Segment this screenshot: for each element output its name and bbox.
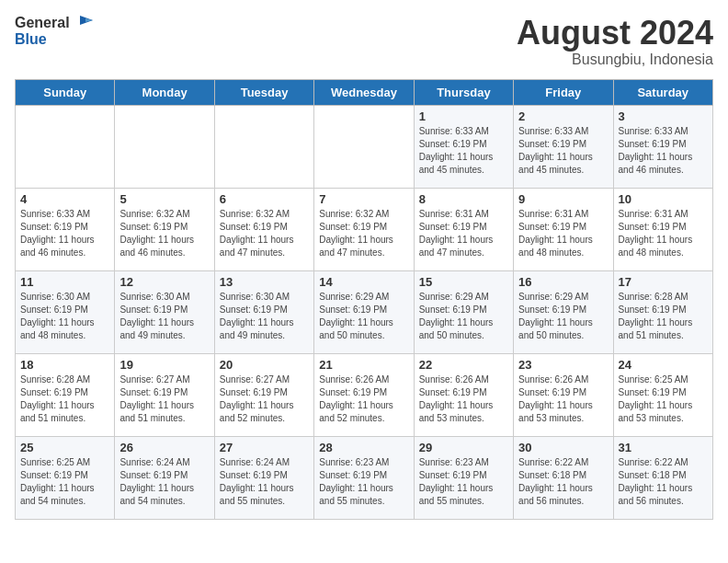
calendar-day-cell: 19Sunrise: 6:27 AMSunset: 6:19 PMDayligh… xyxy=(115,353,214,436)
day-number: 19 xyxy=(119,358,209,372)
day-number: 11 xyxy=(20,275,109,289)
day-info: Sunrise: 6:24 AMSunset: 6:19 PMDaylight:… xyxy=(220,456,309,508)
calendar-week-row: 11Sunrise: 6:30 AMSunset: 6:19 PMDayligh… xyxy=(16,270,713,353)
calendar-day-cell: 3Sunrise: 6:33 AMSunset: 6:19 PMDaylight… xyxy=(613,105,712,188)
day-number: 15 xyxy=(419,275,508,289)
logo-bird-icon xyxy=(73,16,93,30)
day-number: 8 xyxy=(419,192,508,206)
calendar-day-cell: 12Sunrise: 6:30 AMSunset: 6:19 PMDayligh… xyxy=(115,270,214,353)
day-info: Sunrise: 6:26 AMSunset: 6:19 PMDaylight:… xyxy=(419,373,508,425)
calendar-day-cell xyxy=(314,105,414,188)
calendar-day-cell: 5Sunrise: 6:32 AMSunset: 6:19 PMDaylight… xyxy=(115,188,214,270)
day-info: Sunrise: 6:30 AMSunset: 6:19 PMDaylight:… xyxy=(220,291,309,342)
calendar-day-cell: 9Sunrise: 6:31 AMSunset: 6:19 PMDaylight… xyxy=(514,188,613,270)
day-number: 16 xyxy=(518,275,608,289)
day-number: 28 xyxy=(319,441,408,454)
day-number: 3 xyxy=(619,109,708,123)
calendar-day-cell: 6Sunrise: 6:32 AMSunset: 6:19 PMDaylight… xyxy=(214,188,313,270)
calendar-day-cell: 20Sunrise: 6:27 AMSunset: 6:19 PMDayligh… xyxy=(214,353,313,436)
calendar-week-row: 4Sunrise: 6:33 AMSunset: 6:19 PMDaylight… xyxy=(16,188,713,270)
month-year-title: August 2024 xyxy=(517,15,713,52)
calendar-day-cell: 29Sunrise: 6:23 AMSunset: 6:19 PMDayligh… xyxy=(414,436,513,519)
day-info: Sunrise: 6:30 AMSunset: 6:19 PMDaylight:… xyxy=(119,291,209,342)
day-info: Sunrise: 6:26 AMSunset: 6:19 PMDaylight:… xyxy=(319,373,408,425)
day-info: Sunrise: 6:27 AMSunset: 6:19 PMDaylight:… xyxy=(220,373,309,425)
day-number: 23 xyxy=(518,358,608,372)
weekday-header: Friday xyxy=(514,79,613,105)
logo-text-general: General xyxy=(15,15,70,31)
day-number: 14 xyxy=(319,275,408,289)
day-info: Sunrise: 6:33 AMSunset: 6:19 PMDaylight:… xyxy=(20,208,109,259)
day-info: Sunrise: 6:29 AMSunset: 6:19 PMDaylight:… xyxy=(419,291,508,342)
day-info: Sunrise: 6:24 AMSunset: 6:19 PMDaylight:… xyxy=(119,456,209,508)
calendar-day-cell: 2Sunrise: 6:33 AMSunset: 6:19 PMDaylight… xyxy=(514,105,613,188)
day-number: 18 xyxy=(20,358,109,372)
calendar-week-row: 1Sunrise: 6:33 AMSunset: 6:19 PMDaylight… xyxy=(16,105,713,188)
calendar-table: SundayMondayTuesdayWednesdayThursdayFrid… xyxy=(15,79,713,520)
calendar-day-cell: 28Sunrise: 6:23 AMSunset: 6:19 PMDayligh… xyxy=(314,436,414,519)
calendar-day-cell: 25Sunrise: 6:25 AMSunset: 6:19 PMDayligh… xyxy=(16,436,115,519)
day-number: 21 xyxy=(319,358,408,372)
logo: General Blue xyxy=(15,15,93,47)
day-info: Sunrise: 6:31 AMSunset: 6:19 PMDaylight:… xyxy=(619,208,708,259)
calendar-day-cell: 1Sunrise: 6:33 AMSunset: 6:19 PMDaylight… xyxy=(414,105,513,188)
calendar-day-cell: 13Sunrise: 6:30 AMSunset: 6:19 PMDayligh… xyxy=(214,270,313,353)
day-info: Sunrise: 6:29 AMSunset: 6:19 PMDaylight:… xyxy=(319,291,408,342)
day-number: 12 xyxy=(119,275,209,289)
calendar-day-cell: 31Sunrise: 6:22 AMSunset: 6:18 PMDayligh… xyxy=(613,436,712,519)
weekday-header: Wednesday xyxy=(314,79,414,105)
day-number: 27 xyxy=(220,441,309,454)
location-subtitle: Busungbiu, Indonesia xyxy=(517,52,713,68)
day-info: Sunrise: 6:28 AMSunset: 6:19 PMDaylight:… xyxy=(20,373,109,425)
day-info: Sunrise: 6:29 AMSunset: 6:19 PMDaylight:… xyxy=(518,291,608,342)
day-info: Sunrise: 6:32 AMSunset: 6:19 PMDaylight:… xyxy=(319,208,408,259)
calendar-day-cell: 18Sunrise: 6:28 AMSunset: 6:19 PMDayligh… xyxy=(16,353,115,436)
day-info: Sunrise: 6:26 AMSunset: 6:19 PMDaylight:… xyxy=(518,373,608,425)
day-info: Sunrise: 6:33 AMSunset: 6:19 PMDaylight:… xyxy=(518,125,608,177)
day-number: 24 xyxy=(619,358,708,372)
day-info: Sunrise: 6:27 AMSunset: 6:19 PMDaylight:… xyxy=(119,373,209,425)
calendar-day-cell: 26Sunrise: 6:24 AMSunset: 6:19 PMDayligh… xyxy=(115,436,214,519)
logo-text-blue: Blue xyxy=(15,31,47,48)
day-number: 6 xyxy=(220,192,309,206)
day-number: 20 xyxy=(220,358,309,372)
day-info: Sunrise: 6:31 AMSunset: 6:19 PMDaylight:… xyxy=(518,208,608,259)
day-number: 13 xyxy=(220,275,309,289)
day-number: 10 xyxy=(619,192,708,206)
weekday-header: Sunday xyxy=(16,79,115,105)
day-number: 17 xyxy=(619,275,708,289)
calendar-header: SundayMondayTuesdayWednesdayThursdayFrid… xyxy=(16,79,713,105)
day-info: Sunrise: 6:32 AMSunset: 6:19 PMDaylight:… xyxy=(220,208,309,259)
day-info: Sunrise: 6:22 AMSunset: 6:18 PMDaylight:… xyxy=(518,456,608,508)
day-info: Sunrise: 6:31 AMSunset: 6:19 PMDaylight:… xyxy=(419,208,508,259)
weekday-row: SundayMondayTuesdayWednesdayThursdayFrid… xyxy=(16,79,713,105)
day-number: 25 xyxy=(20,441,109,454)
day-info: Sunrise: 6:23 AMSunset: 6:19 PMDaylight:… xyxy=(319,456,408,508)
title-block: August 2024 Busungbiu, Indonesia xyxy=(517,15,713,68)
calendar-day-cell: 16Sunrise: 6:29 AMSunset: 6:19 PMDayligh… xyxy=(514,270,613,353)
day-number: 29 xyxy=(419,441,508,454)
weekday-header: Tuesday xyxy=(214,79,313,105)
calendar-day-cell: 15Sunrise: 6:29 AMSunset: 6:19 PMDayligh… xyxy=(414,270,513,353)
day-info: Sunrise: 6:32 AMSunset: 6:19 PMDaylight:… xyxy=(119,208,209,259)
weekday-header: Saturday xyxy=(613,79,712,105)
calendar-day-cell: 21Sunrise: 6:26 AMSunset: 6:19 PMDayligh… xyxy=(314,353,414,436)
day-info: Sunrise: 6:33 AMSunset: 6:19 PMDaylight:… xyxy=(619,125,708,177)
day-number: 1 xyxy=(419,109,508,123)
day-number: 4 xyxy=(20,192,109,206)
day-info: Sunrise: 6:30 AMSunset: 6:19 PMDaylight:… xyxy=(20,291,109,342)
day-number: 26 xyxy=(119,441,209,454)
day-number: 5 xyxy=(119,192,209,206)
calendar-day-cell: 11Sunrise: 6:30 AMSunset: 6:19 PMDayligh… xyxy=(16,270,115,353)
day-number: 22 xyxy=(419,358,508,372)
day-number: 30 xyxy=(518,441,608,454)
day-info: Sunrise: 6:23 AMSunset: 6:19 PMDaylight:… xyxy=(419,456,508,508)
weekday-header: Thursday xyxy=(414,79,513,105)
calendar-body: 1Sunrise: 6:33 AMSunset: 6:19 PMDaylight… xyxy=(16,105,713,519)
day-number: 9 xyxy=(518,192,608,206)
calendar-day-cell: 17Sunrise: 6:28 AMSunset: 6:19 PMDayligh… xyxy=(613,270,712,353)
weekday-header: Monday xyxy=(115,79,214,105)
calendar-day-cell: 7Sunrise: 6:32 AMSunset: 6:19 PMDaylight… xyxy=(314,188,414,270)
calendar-day-cell xyxy=(214,105,313,188)
calendar-day-cell: 27Sunrise: 6:24 AMSunset: 6:19 PMDayligh… xyxy=(214,436,313,519)
